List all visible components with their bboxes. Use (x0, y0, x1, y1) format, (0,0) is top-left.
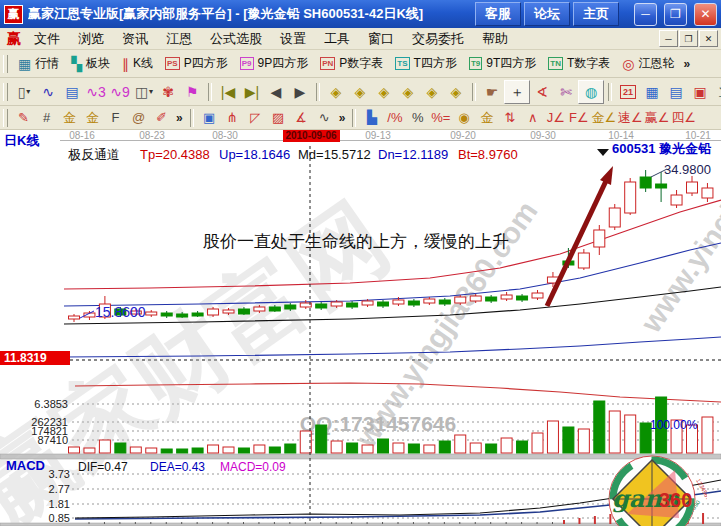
next-bar-button[interactable]: ▶ (288, 81, 312, 103)
menu-item-8[interactable]: 交易委托 (403, 30, 473, 48)
t-square-button[interactable]: TST四方形 (389, 53, 463, 74)
crosshair-button[interactable]: ＋ (504, 80, 530, 104)
mdi-minimize-button[interactable]: ─ (659, 30, 678, 47)
menu-item-1[interactable]: 浏览 (69, 30, 113, 48)
forum-button[interactable]: 论坛 (524, 2, 570, 26)
menu-item-6[interactable]: 工具 (315, 30, 359, 48)
f-angle-button[interactable]: F∠ (567, 108, 590, 128)
info-panel-button[interactable]: ▤ (60, 81, 84, 103)
quote-button[interactable]: ▦行情 (12, 53, 65, 74)
t-table-button[interactable]: TNT数字表 (542, 53, 616, 74)
fan-tool-button[interactable]: ⋔ (221, 108, 244, 128)
gann-wheel-button[interactable]: ◎江恩轮 (616, 53, 680, 74)
gold-circle-button[interactable]: ◉ (452, 108, 475, 128)
zoom-tool-5[interactable]: ◈ (420, 81, 444, 103)
ying-angle-button[interactable]: 赢∠ (644, 108, 671, 128)
kline-style-button[interactable]: ▯▾ (12, 81, 36, 103)
save-button[interactable]: ▣ (688, 81, 712, 103)
export-button[interactable]: ⇲ (712, 81, 721, 103)
peak-marker-triangle (597, 149, 609, 156)
toolbar1-overflow[interactable]: » (684, 57, 691, 71)
zoom-tool-4[interactable]: ◈ (396, 81, 420, 103)
home-button[interactable]: 主页 (573, 2, 619, 26)
minimize-button[interactable]: ─ (634, 3, 657, 26)
volume-bar (378, 439, 389, 453)
logo-digits-right: 1234567890123 (695, 478, 707, 520)
close-button[interactable]: ✕ (694, 3, 717, 26)
measure-pencil-button[interactable]: ✐ (150, 108, 173, 128)
p-square-button[interactable]: PSP四方形 (159, 53, 234, 74)
menu-item-2[interactable]: 资讯 (113, 30, 157, 48)
candle-body (609, 208, 620, 227)
p-table-button[interactable]: PNP数字表 (314, 53, 389, 74)
pattern-wave-button[interactable]: ∿ (36, 81, 60, 103)
signal-flag-button[interactable]: ⚑ (180, 81, 204, 103)
updown-button[interactable]: ⇅ (498, 108, 521, 128)
report-button[interactable]: ▤ (664, 81, 688, 103)
zoom-tool-1[interactable]: ◈ (324, 81, 348, 103)
menu-item-7[interactable]: 窗口 (359, 30, 403, 48)
volume-bar (408, 444, 419, 453)
toolbar-drawing: ✎#金金F@✐»▣⋔◸▨∡∿»▙/%%%=◉金⇅∧J∠F∠金∠速∠赢∠四∠ (0, 106, 721, 130)
t9-square-button[interactable]: T99T四方形 (463, 53, 542, 74)
first-bar-button[interactable]: |◀ (216, 81, 240, 103)
volume-bar (69, 447, 80, 453)
last-bar-button[interactable]: ▶| (240, 81, 264, 103)
box-tool-button[interactable]: ▣ (198, 108, 221, 128)
toolbar-overflow[interactable]: » (176, 111, 183, 125)
maximize-button[interactable]: ❐ (664, 3, 687, 26)
pct-line-button[interactable]: %= (429, 108, 452, 128)
grid-tool-button[interactable]: # (35, 108, 58, 128)
zigzag-button[interactable]: ∿ (313, 108, 336, 128)
candle-body (69, 316, 80, 319)
toolbar-overflow[interactable]: » (339, 111, 346, 125)
si-angle-button[interactable]: 四∠ (670, 108, 697, 128)
menu-item-5[interactable]: 设置 (271, 30, 315, 48)
stats-button[interactable]: ▙ (360, 108, 383, 128)
mdi-restore-button[interactable]: ❐ (679, 30, 698, 47)
hand-tool-button[interactable]: ☛ (480, 81, 504, 103)
percent-button[interactable]: % (406, 108, 429, 128)
f-grid-button[interactable]: F (104, 108, 127, 128)
menu-item-4[interactable]: 公式选股 (201, 30, 271, 48)
shade-box-button[interactable]: ▨ (267, 108, 290, 128)
calculator-button[interactable]: ▦ (640, 81, 664, 103)
roof-button[interactable]: ∧ (521, 108, 544, 128)
zoom-tool-3[interactable]: ◈ (372, 81, 396, 103)
wave3-button-icon: ∿3 (86, 85, 106, 99)
service-button[interactable]: 客服 (475, 2, 521, 26)
bar-period-button[interactable]: ◫▾ (132, 81, 156, 103)
j-angle-button[interactable]: J∠ (544, 108, 567, 128)
pattern-area-button[interactable]: ◍ (578, 80, 604, 104)
wave9-button[interactable]: ∿9 (108, 81, 132, 103)
prev-bar-button[interactable]: ◀ (264, 81, 288, 103)
kline-button[interactable]: ∥K线 (116, 53, 159, 74)
spiral-button[interactable]: @ (127, 108, 150, 128)
fan-box-button[interactable]: ◸ (244, 108, 267, 128)
gold-grid2-button[interactable]: 金 (81, 108, 104, 128)
menu-item-3[interactable]: 江恩 (157, 30, 201, 48)
strategy-button[interactable]: ✾ (156, 81, 180, 103)
mdi-close-button[interactable]: ✕ (699, 30, 718, 47)
gold-grid1-button[interactable]: 金 (58, 108, 81, 128)
zoom-tool-6[interactable]: ◈ (444, 81, 468, 103)
angle-tool-button[interactable]: ∢ (530, 81, 554, 103)
indicator-up: Up=18.1646 (219, 147, 290, 162)
wave3-button[interactable]: ∿3 (84, 81, 108, 103)
pencil-tool-button[interactable]: ✎ (12, 108, 35, 128)
zoom-tool-2[interactable]: ◈ (348, 81, 372, 103)
menu-item-0[interactable]: 文件 (25, 30, 69, 48)
fan-tool-button-icon: ⋔ (227, 111, 238, 124)
volume-bar (347, 443, 358, 453)
prev-bar-button-icon: ◀ (271, 85, 282, 99)
menu-item-9[interactable]: 帮助 (473, 30, 517, 48)
p9-square-button[interactable]: P99P四方形 (234, 53, 314, 74)
calendar-button[interactable]: 21 (616, 81, 640, 103)
gold-line-button[interactable]: 金 (475, 108, 498, 128)
sector-button[interactable]: ▚板块 (65, 53, 116, 74)
scissors-button[interactable]: ✄ (554, 81, 578, 103)
su-angle-button[interactable]: 速∠ (617, 108, 644, 128)
pct-slope-button[interactable]: /% (383, 108, 406, 128)
gold-angle-button[interactable]: 金∠ (590, 108, 617, 128)
angle-line-button[interactable]: ∡ (290, 108, 313, 128)
